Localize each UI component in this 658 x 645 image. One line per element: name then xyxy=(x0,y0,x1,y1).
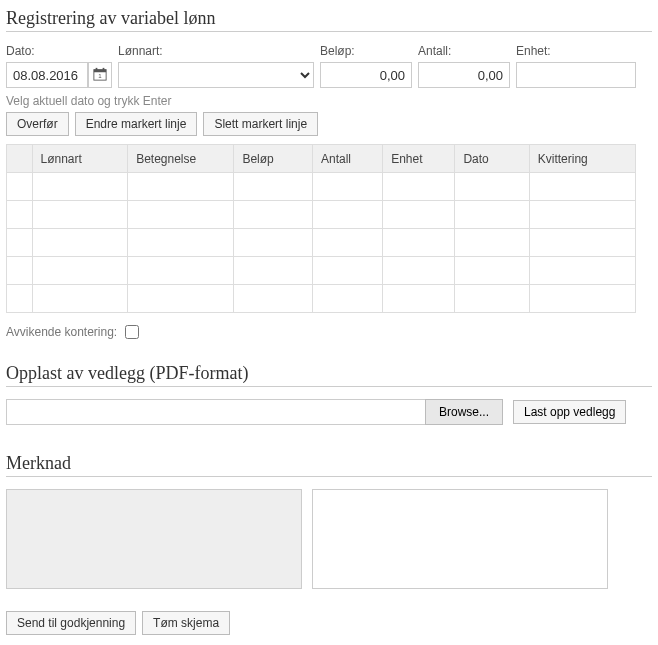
table-cell xyxy=(7,285,33,313)
label-enhet: Enhet: xyxy=(516,44,636,58)
section-title-registrering: Registrering av variabel lønn xyxy=(6,8,652,32)
table-cell xyxy=(529,257,635,285)
table-row[interactable] xyxy=(7,173,636,201)
dato-input[interactable] xyxy=(6,62,88,88)
field-enhet: Enhet: xyxy=(516,44,636,88)
table-row[interactable] xyxy=(7,201,636,229)
table-cell xyxy=(383,201,455,229)
field-belop: Beløp: xyxy=(320,44,412,88)
data-grid[interactable]: Lønnart Betegnelse Beløp Antall Enhet Da… xyxy=(6,144,636,313)
table-cell xyxy=(234,285,313,313)
label-belop: Beløp: xyxy=(320,44,412,58)
grid-header-kvittering: Kvittering xyxy=(529,145,635,173)
endre-button[interactable]: Endre markert linje xyxy=(75,112,198,136)
merknad-row xyxy=(6,489,652,589)
grid-header-belop: Beløp xyxy=(234,145,313,173)
table-cell xyxy=(32,201,128,229)
label-dato: Dato: xyxy=(6,44,112,58)
merknad-left-textarea xyxy=(6,489,302,589)
table-cell xyxy=(32,257,128,285)
table-cell xyxy=(529,285,635,313)
table-cell xyxy=(128,201,234,229)
file-path-input[interactable] xyxy=(6,399,426,425)
table-cell xyxy=(313,201,383,229)
table-row[interactable] xyxy=(7,257,636,285)
calendar-icon: 1 xyxy=(93,67,107,84)
grid-header-dato: Dato xyxy=(455,145,529,173)
field-lonnart: Lønnart: xyxy=(118,44,314,88)
grid-header-lonnart: Lønnart xyxy=(32,145,128,173)
grid-header-antall: Antall xyxy=(313,145,383,173)
table-cell xyxy=(383,285,455,313)
table-cell xyxy=(128,229,234,257)
table-cell xyxy=(7,229,33,257)
hint-text: Velg aktuell dato og trykk Enter xyxy=(6,94,652,108)
table-cell xyxy=(313,257,383,285)
merknad-right-textarea[interactable] xyxy=(312,489,608,589)
svg-text:1: 1 xyxy=(98,72,102,79)
field-antall: Antall: xyxy=(418,44,510,88)
calendar-button[interactable]: 1 xyxy=(88,62,112,88)
grid-button-row: Overfør Endre markert linje Slett marker… xyxy=(6,112,652,136)
table-cell xyxy=(455,173,529,201)
upload-button[interactable]: Last opp vedlegg xyxy=(513,400,626,424)
belop-input[interactable] xyxy=(320,62,412,88)
footer-button-row: Send til godkjenning Tøm skjema xyxy=(6,611,652,635)
label-lonnart: Lønnart: xyxy=(118,44,314,58)
table-cell xyxy=(455,229,529,257)
table-cell xyxy=(128,173,234,201)
table-cell xyxy=(7,201,33,229)
table-cell xyxy=(313,285,383,313)
table-cell xyxy=(313,229,383,257)
avvikende-row: Avvikende kontering: xyxy=(6,325,652,339)
grid-header-betegnelse: Betegnelse xyxy=(128,145,234,173)
table-cell xyxy=(455,257,529,285)
send-button[interactable]: Send til godkjenning xyxy=(6,611,136,635)
svg-rect-2 xyxy=(96,67,98,70)
input-row: Dato: 1 Lønnart: Beløp: Antall: Enhet: xyxy=(6,44,652,88)
table-cell xyxy=(529,229,635,257)
grid-header-select xyxy=(7,145,33,173)
table-cell xyxy=(32,173,128,201)
table-row[interactable] xyxy=(7,229,636,257)
browse-button[interactable]: Browse... xyxy=(425,399,503,425)
grid-header-enhet: Enhet xyxy=(383,145,455,173)
table-cell xyxy=(128,257,234,285)
field-dato: Dato: 1 xyxy=(6,44,112,88)
table-row[interactable] xyxy=(7,285,636,313)
slett-button[interactable]: Slett markert linje xyxy=(203,112,318,136)
lonnart-select[interactable] xyxy=(118,62,314,88)
table-cell xyxy=(383,173,455,201)
table-cell xyxy=(455,285,529,313)
enhet-input[interactable] xyxy=(516,62,636,88)
table-cell xyxy=(383,257,455,285)
label-antall: Antall: xyxy=(418,44,510,58)
table-cell xyxy=(529,173,635,201)
table-cell xyxy=(313,173,383,201)
table-cell xyxy=(32,229,128,257)
table-cell xyxy=(7,173,33,201)
table-cell xyxy=(455,201,529,229)
section-title-merknad: Merknad xyxy=(6,453,652,477)
overfor-button[interactable]: Overfør xyxy=(6,112,69,136)
antall-input[interactable] xyxy=(418,62,510,88)
tom-button[interactable]: Tøm skjema xyxy=(142,611,230,635)
table-cell xyxy=(32,285,128,313)
table-cell xyxy=(234,173,313,201)
avvikende-label: Avvikende kontering: xyxy=(6,325,117,339)
avvikende-checkbox[interactable] xyxy=(125,325,139,339)
table-cell xyxy=(7,257,33,285)
table-cell xyxy=(383,229,455,257)
table-cell xyxy=(234,201,313,229)
table-cell xyxy=(128,285,234,313)
table-cell xyxy=(234,257,313,285)
upload-row: Browse... Last opp vedlegg xyxy=(6,399,652,425)
table-cell xyxy=(529,201,635,229)
svg-rect-3 xyxy=(103,67,105,70)
section-title-opplast: Opplast av vedlegg (PDF-format) xyxy=(6,363,652,387)
table-cell xyxy=(234,229,313,257)
